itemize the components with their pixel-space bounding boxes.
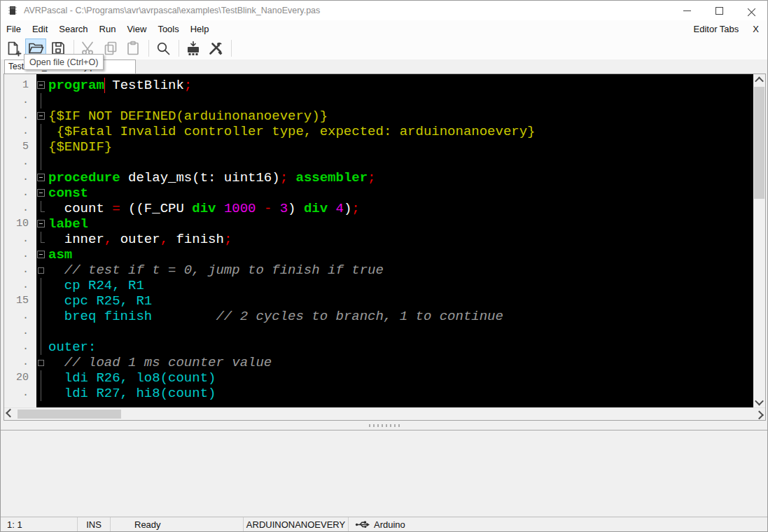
scroll-down-arrow[interactable] [753, 396, 765, 408]
menu-item-run[interactable]: Run [94, 22, 122, 36]
menu-item-help[interactable]: Help [185, 22, 215, 36]
code-text[interactable]: inner, outer, finish; [48, 232, 753, 247]
line-number: . [4, 186, 36, 201]
vertical-scrollbar[interactable] [753, 74, 765, 408]
app-chip-icon [7, 5, 18, 16]
fold-marker[interactable] [36, 355, 48, 370]
fold-marker[interactable] [36, 216, 48, 232]
fold-marker [36, 370, 48, 386]
minimize-button[interactable] [671, 1, 703, 20]
window-title: AVRPascal - C:\Programs\avr\avrpascal\ex… [24, 6, 320, 15]
code-text[interactable]: outer: [48, 340, 753, 355]
maximize-button[interactable] [703, 1, 735, 20]
code-text[interactable]: label [48, 216, 753, 232]
search-button[interactable] [153, 38, 174, 58]
fold-marker [36, 386, 48, 401]
code-text[interactable]: ldi R26, lo8(count) [48, 370, 753, 386]
code-text[interactable]: program TestBlink; [48, 78, 753, 93]
maximize-icon [715, 7, 723, 15]
code-text[interactable]: cp R24, R1 [48, 278, 753, 293]
usb-icon [355, 519, 370, 530]
fold-marker [36, 93, 48, 108]
close-button[interactable] [735, 1, 767, 20]
code-text[interactable]: breq finish // 2 cycles to branch, 1 to … [48, 309, 753, 324]
line-number: . [4, 232, 36, 247]
code-text[interactable]: cpc R25, R1 [48, 293, 753, 309]
code-text[interactable]: count = ((F_CPU div 1000 - 3) div 4); [48, 201, 753, 216]
fold-marker[interactable] [36, 262, 48, 278]
fold-marker [36, 155, 48, 170]
line-number: . [4, 124, 36, 139]
code-text[interactable]: {$Fatal Invalid controller type, expecte… [48, 124, 753, 139]
chevron-left-icon [6, 409, 15, 418]
toolbar-separator [148, 40, 149, 57]
fold-marker[interactable] [36, 247, 48, 262]
program-device-button[interactable] [183, 38, 204, 58]
line-number: . [4, 324, 36, 340]
horizontal-scrollbar[interactable] [4, 407, 765, 420]
menu-item-file[interactable]: File [1, 22, 27, 36]
fold-marker[interactable] [36, 170, 48, 186]
fold-marker [36, 324, 48, 340]
code-text[interactable]: asm [48, 247, 753, 262]
copy-icon [102, 40, 119, 57]
editor-tabs-close-x[interactable]: X [753, 24, 759, 34]
code-text[interactable]: procedure delay_ms(t: uint16); assembler… [48, 170, 753, 186]
paste-clipboard-icon [125, 40, 141, 57]
code-line: 10label [4, 216, 753, 232]
horizontal-scroll-thumb[interactable] [18, 410, 121, 419]
code-editor[interactable]: 1program TestBlink;..{$IF NOT DEFINED(ar… [4, 74, 766, 421]
app-window: AVRPascal - C:\Programs\avr\avrpascal\ex… [0, 0, 768, 532]
new-file-icon [5, 40, 22, 57]
menu-item-tools[interactable]: Tools [152, 22, 184, 36]
code-text[interactable]: // load 1 ms counter value [48, 355, 753, 370]
paste-button[interactable] [123, 38, 144, 58]
menu-item-view[interactable]: View [121, 22, 152, 36]
code-text[interactable]: {$ENDIF} [48, 139, 753, 155]
vertical-scroll-thumb[interactable] [754, 87, 764, 199]
line-number: . [4, 309, 36, 324]
scroll-left-arrow[interactable] [4, 408, 16, 420]
code-line: .outer: [4, 340, 753, 355]
code-text[interactable]: // test if t = 0, jump to finish if true [48, 262, 753, 278]
line-number: . [4, 262, 36, 278]
menu-item-search[interactable]: Search [53, 22, 93, 36]
code-line: .procedure delay_ms(t: uint16); assemble… [4, 170, 753, 186]
code-line: . [4, 155, 753, 170]
code-text[interactable] [48, 93, 753, 108]
tools-button[interactable] [205, 38, 226, 58]
status-bar: 1: 1 INS Ready ARDUINONANOEVERY Arduino [1, 517, 767, 531]
status-target-device: ARDUINONANOEVERY [244, 517, 349, 531]
code-line: . cp R24, R1 [4, 278, 753, 293]
fold-marker [36, 232, 48, 247]
line-number: . [4, 170, 36, 186]
chevron-up-icon [755, 77, 764, 86]
line-number: . [4, 247, 36, 262]
code-line: 1program TestBlink; [4, 78, 753, 93]
tab-bar: TestBlink_NanoEvery.pas [1, 59, 767, 74]
new-file-button[interactable] [3, 38, 24, 58]
fold-marker[interactable] [36, 108, 48, 124]
code-text[interactable] [48, 155, 753, 170]
panel-splitter[interactable] [1, 421, 767, 430]
code-text[interactable]: ldi R27, hi8(count) [48, 386, 753, 401]
line-number: 5 [4, 139, 36, 155]
menu-item-edit[interactable]: Edit [27, 22, 53, 36]
splitter-grip-icon [369, 424, 400, 427]
fold-marker [36, 124, 48, 139]
code-line: . // test if t = 0, jump to finish if tr… [4, 262, 753, 278]
editor-tabs-label[interactable]: Editor Tabs [694, 24, 739, 34]
code-text[interactable]: {$IF NOT DEFINED(arduinonanoevery)} [48, 108, 753, 124]
line-number: 15 [4, 293, 36, 309]
scroll-right-arrow[interactable] [753, 408, 765, 420]
code-line: . ldi R27, hi8(count) [4, 386, 753, 401]
fold-marker[interactable] [36, 186, 48, 201]
chevron-right-icon [755, 411, 764, 420]
fold-marker [36, 340, 48, 355]
code-line: . [4, 324, 753, 340]
code-text[interactable]: const [48, 186, 753, 201]
fold-marker[interactable] [36, 78, 48, 93]
scroll-up-arrow[interactable] [753, 74, 765, 86]
code-text[interactable] [48, 324, 753, 340]
code-line: 15 cpc R25, R1 [4, 293, 753, 309]
